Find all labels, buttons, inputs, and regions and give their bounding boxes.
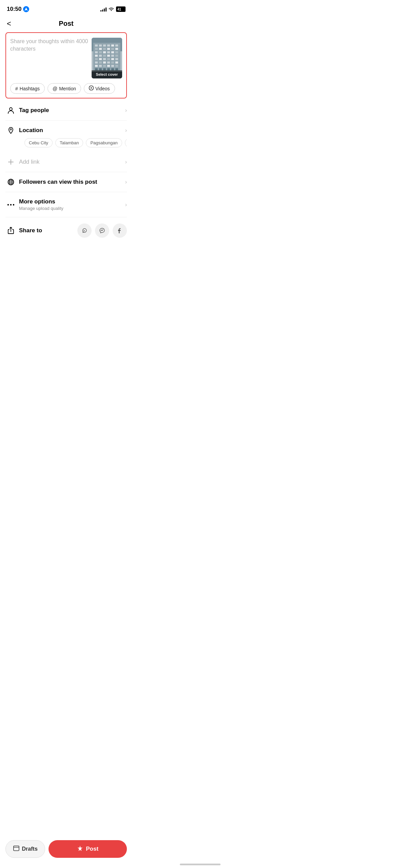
svg-marker-53 [91, 87, 92, 89]
mention-icon: @ [53, 86, 57, 91]
play-icon [89, 86, 94, 91]
location-arrow-icon [23, 6, 29, 12]
mention-label: Mention [59, 86, 76, 91]
cover-thumbnail[interactable]: Select cover [92, 38, 122, 78]
svg-rect-23 [103, 55, 106, 57]
svg-rect-38 [115, 61, 118, 64]
dots-icon [5, 203, 16, 206]
svg-rect-44 [115, 65, 118, 67]
add-link-chevron: › [125, 159, 127, 165]
svg-rect-40 [99, 65, 102, 67]
facebook-icon[interactable] [113, 223, 127, 238]
svg-rect-33 [95, 61, 98, 64]
svg-rect-19 [111, 51, 114, 53]
signal-icon [100, 7, 107, 12]
location-chevron: › [125, 127, 127, 133]
chip-pagsabungan[interactable]: Pagsabungan [86, 138, 122, 147]
svg-rect-41 [103, 65, 106, 67]
chip-talamban[interactable]: Talamban [55, 138, 83, 147]
tag-people-title: Tag people [19, 107, 125, 114]
hashtags-pill[interactable]: # Hashtags [10, 83, 45, 94]
visibility-item[interactable]: Followers can view this post › [5, 172, 127, 192]
add-link-title: Add link [19, 159, 125, 165]
share-to-actions [77, 223, 127, 238]
tag-pills-row: # Hashtags @ Mention Videos [10, 83, 122, 94]
messenger-icon[interactable] [95, 223, 109, 238]
globe-icon [5, 178, 16, 186]
more-options-content: More options Manage upload quality [19, 198, 125, 211]
svg-point-63 [13, 204, 14, 205]
chip-cebu[interactable]: Cebu City [24, 138, 53, 147]
tag-people-chevron: › [125, 107, 127, 113]
location-title: Location [19, 127, 125, 134]
svg-rect-5 [103, 44, 106, 47]
svg-rect-35 [103, 61, 106, 64]
mention-pill[interactable]: @ Mention [47, 83, 81, 94]
svg-rect-26 [115, 55, 118, 57]
svg-rect-9 [95, 48, 98, 50]
svg-rect-6 [107, 44, 110, 47]
back-button[interactable]: < [7, 19, 11, 28]
svg-rect-12 [107, 48, 110, 50]
svg-rect-21 [95, 55, 98, 57]
add-link-content: Add link [19, 159, 125, 165]
visibility-title: Followers can view this post [19, 179, 125, 185]
svg-rect-16 [99, 51, 102, 53]
status-bar: 10:50 41 [0, 0, 132, 17]
tag-people-content: Tag people [19, 107, 125, 114]
battery-icon: 41 [116, 6, 126, 12]
whatsapp-icon[interactable] [77, 223, 92, 238]
wifi-icon [109, 6, 114, 12]
svg-point-61 [7, 204, 9, 205]
svg-rect-10 [99, 48, 102, 50]
location-pin-icon [5, 127, 16, 134]
status-time: 10:50 [7, 6, 29, 13]
more-options-item[interactable]: More options Manage upload quality › [5, 192, 127, 217]
share-icon [5, 227, 16, 234]
svg-rect-29 [103, 58, 106, 60]
videos-label: Videos [95, 86, 110, 91]
more-options-subtitle: Manage upload quality [19, 206, 125, 211]
svg-rect-27 [95, 58, 98, 60]
svg-rect-14 [115, 48, 118, 50]
svg-rect-32 [115, 58, 118, 60]
compose-text-input[interactable]: Share your thoughts within 4000 characte… [10, 38, 88, 72]
svg-point-55 [10, 129, 12, 130]
svg-rect-42 [107, 65, 110, 67]
share-to-item[interactable]: Share to [5, 217, 127, 244]
tag-people-item[interactable]: Tag people › [5, 101, 127, 121]
svg-rect-34 [99, 61, 102, 64]
videos-pill[interactable]: Videos [84, 83, 115, 94]
share-to-title: Share to [19, 227, 77, 234]
svg-point-54 [9, 108, 12, 110]
page-header: < Post [0, 17, 132, 32]
compose-area[interactable]: Share your thoughts within 4000 characte… [5, 32, 127, 98]
chip-talamban-times[interactable]: Talamban Times Sq [125, 138, 127, 147]
svg-rect-17 [103, 51, 106, 53]
svg-rect-18 [107, 51, 110, 53]
add-link-item[interactable]: Add link › [5, 152, 127, 172]
status-icons: 41 [100, 6, 126, 12]
svg-rect-15 [95, 51, 98, 53]
svg-rect-13 [111, 48, 114, 50]
select-cover-label[interactable]: Select cover [92, 70, 122, 78]
svg-rect-25 [111, 55, 114, 57]
svg-rect-28 [99, 58, 102, 60]
svg-rect-11 [103, 48, 106, 50]
svg-rect-20 [115, 51, 118, 53]
svg-rect-39 [95, 65, 98, 67]
menu-section: Tag people › Location › Cebu City Talamb… [5, 101, 127, 244]
svg-rect-37 [111, 61, 114, 64]
time-label: 10:50 [7, 6, 21, 13]
compose-placeholder: Share your thoughts within 4000 characte… [10, 38, 88, 52]
location-content: Location [19, 127, 125, 134]
plus-icon [5, 158, 16, 166]
svg-point-64 [81, 227, 88, 234]
svg-rect-30 [107, 58, 110, 60]
hashtags-label: Hashtags [20, 86, 40, 91]
location-item[interactable]: Location › [5, 121, 127, 135]
share-to-content: Share to [19, 227, 77, 234]
svg-rect-31 [111, 58, 114, 60]
visibility-content: Followers can view this post [19, 179, 125, 185]
more-options-chevron: › [125, 202, 127, 208]
